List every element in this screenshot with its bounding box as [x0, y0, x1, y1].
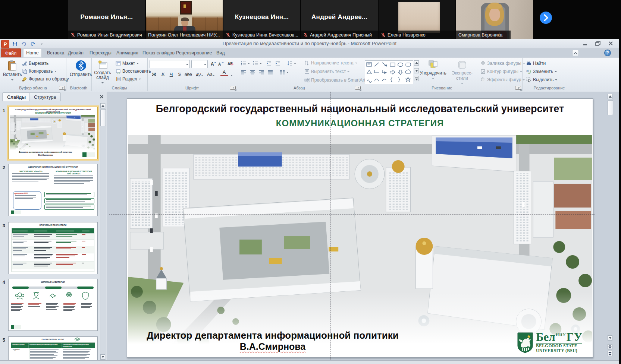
arrange-button[interactable]: Упорядочить [421, 59, 445, 81]
tab-slides-thumbnails[interactable]: Слайды [2, 92, 31, 101]
strikethrough-button[interactable]: abe [184, 69, 193, 77]
participant-tile-romanov[interactable]: Романов Илья... Романов Илья Владимирови… [68, 0, 145, 39]
font-color-dropdown[interactable] [228, 69, 235, 77]
redo-button[interactable] [29, 41, 36, 47]
participant-tile-prisny[interactable]: Андрей Андрее... Андрей Андреевич Присны… [301, 0, 378, 39]
reset-slide-button[interactable]: Восстановить [115, 67, 152, 75]
slide-thumbnail-5[interactable]: ПОТРЕБИТЕЛИ УСЛУГ Целевые группы Формы в… [8, 336, 98, 360]
close-button[interactable] [607, 41, 614, 46]
font-color-button[interactable]: A [220, 69, 228, 76]
tab-transitions[interactable]: Переходы [86, 48, 115, 57]
participant-tile-smirnova[interactable]: Смирнова Вероника [456, 0, 533, 39]
slides-panel-scrollbar[interactable] [100, 103, 106, 360]
font-dialog-launcher[interactable] [230, 86, 236, 90]
participant-tile-polukhin[interactable]: Полухин Олег Николаевич НИУ... [146, 0, 223, 39]
shapes-scroll-down[interactable] [414, 68, 419, 73]
shape-effects-button[interactable]: Эффекты фигур [479, 76, 526, 83]
panel-scroll-up[interactable] [100, 103, 105, 108]
bullets-button[interactable] [240, 60, 251, 67]
editor-scroll-up[interactable] [608, 94, 612, 99]
format-painter-button[interactable]: Формат по образцу [21, 75, 70, 83]
underline-button[interactable]: Ч [167, 69, 175, 77]
convert-smartart-button[interactable]: Преобразовать в SmartArt [303, 76, 370, 84]
paste-button[interactable]: Вставить [1, 59, 23, 82]
slide-thumbnail-3[interactable]: КЛЮЧЕВЫЕ ПОКАЗАТЕЛИ [8, 222, 98, 274]
text-direction-button[interactable]: Направление текста [303, 59, 358, 67]
align-text-button[interactable]: Выровнять текст [303, 68, 351, 75]
clear-formatting-button[interactable]: AB [226, 60, 235, 67]
grow-font-button[interactable]: A [209, 60, 217, 67]
shapes-scroll-up[interactable] [414, 60, 419, 66]
clipboard-dialog-launcher[interactable] [59, 86, 65, 90]
bold-button[interactable]: Ж [150, 69, 158, 77]
panel-scroll-thumb[interactable] [100, 109, 106, 126]
tab-home[interactable]: Home [23, 48, 42, 57]
collapse-ribbon-button[interactable] [572, 50, 579, 56]
shape-fill-button[interactable]: Заливка фигуры [479, 60, 526, 67]
drawing-dialog-launcher[interactable] [515, 86, 521, 90]
shrink-font-button[interactable]: A [217, 60, 225, 67]
character-spacing-button[interactable]: AV [195, 69, 204, 77]
text-shadow-button[interactable]: S [176, 69, 183, 77]
help-button[interactable]: ? [604, 50, 611, 56]
close-panel-button[interactable] [98, 94, 104, 100]
shape-outline-button[interactable]: Контур фигуры [479, 68, 523, 75]
next-participants-page-button[interactable] [540, 12, 552, 24]
tab-animations[interactable]: Анимация [113, 48, 142, 57]
layout-button[interactable]: Макет [115, 60, 140, 67]
new-slide-button[interactable]: Создать слайд [92, 59, 113, 85]
italic-button[interactable]: К [159, 69, 167, 77]
decrease-indent-button[interactable] [265, 60, 273, 67]
tab-file[interactable]: Файл [1, 48, 21, 57]
line-spacing-button[interactable] [286, 60, 297, 67]
save-button[interactable] [12, 41, 18, 47]
campus-aerial-photo[interactable] [128, 135, 592, 344]
slide-thumbnail-4[interactable]: ЦЕЛЕВЫЕ АУДИТОРИИ [8, 279, 98, 331]
customize-qat-button[interactable] [38, 41, 45, 47]
slide-footer-textbox[interactable]: Директор департамента информационной пол… [135, 330, 411, 352]
change-case-button[interactable]: Aa [206, 69, 216, 77]
shapes-more-button[interactable] [414, 76, 419, 81]
bluetooth-send-button[interactable]: Отправить [68, 59, 94, 78]
next-slide-button[interactable] [608, 351, 612, 356]
cut-button[interactable]: Вырезать [21, 60, 50, 67]
powerpoint-app-icon[interactable]: P [1, 40, 9, 48]
participant-tile-kuznetsova[interactable]: Кузнецова Инн... Кузнецова Инна Вячеслав… [223, 0, 300, 39]
justify-button[interactable] [267, 69, 274, 76]
restore-button[interactable] [595, 41, 601, 46]
tab-review[interactable]: Рецензирование [172, 48, 216, 57]
numbering-button[interactable] [252, 60, 263, 67]
participant-tile-nazarenko[interactable]: Елена Назаренко [379, 0, 455, 39]
select-button[interactable]: Выделить [525, 76, 558, 83]
quick-styles-button[interactable]: Экспресс-стили [446, 59, 478, 86]
panel-scroll-down[interactable] [100, 354, 105, 360]
increase-indent-button[interactable] [274, 60, 282, 67]
undo-button[interactable] [21, 41, 27, 47]
slide-thumbnail-2[interactable]: ИДЕОЛОГИЯ КОММУНИКАЦИОННОЙ СТРАТЕГИИ МИС… [8, 164, 98, 216]
minimize-button[interactable] [582, 41, 589, 46]
editor-scrollbar[interactable] [607, 94, 613, 357]
tab-design[interactable]: Дизайн [64, 48, 87, 57]
slide-thumbnail-1[interactable]: Белгородский государственный национальны… [8, 107, 98, 159]
shapes-gallery[interactable] [365, 60, 413, 84]
editor-scroll-down[interactable] [608, 335, 612, 341]
align-right-button[interactable] [258, 69, 265, 76]
columns-button[interactable] [279, 69, 290, 76]
find-button[interactable]: Найти [525, 60, 547, 67]
copy-button[interactable]: Копировать [21, 67, 58, 75]
paragraph-dialog-launcher[interactable] [355, 86, 361, 90]
tab-view[interactable]: Вид [213, 48, 229, 57]
previous-slide-button[interactable] [608, 344, 612, 349]
slide-subtitle-textbox[interactable]: КОММУНИКАЦИОННАЯ СТРАТЕГИЯ [131, 118, 589, 129]
align-left-button[interactable] [240, 69, 247, 76]
editor-scroll-thumb[interactable] [608, 100, 613, 115]
font-name-combo[interactable] [150, 60, 190, 68]
section-button[interactable]: Раздел [115, 75, 142, 83]
belgu-logo[interactable]: Бел НИУ ГУ BELGOROD STATE UNIVERSITY (BS… [517, 332, 586, 355]
slide-canvas[interactable]: Белгородский государственный национальны… [127, 98, 593, 358]
replace-button[interactable]: abac Заменить [525, 68, 558, 75]
align-center-button[interactable] [249, 69, 256, 76]
slide-title-textbox[interactable]: Белгородский государственный национальны… [131, 103, 589, 115]
font-size-combo[interactable] [191, 60, 208, 68]
tab-outline[interactable]: Структура [29, 92, 61, 101]
